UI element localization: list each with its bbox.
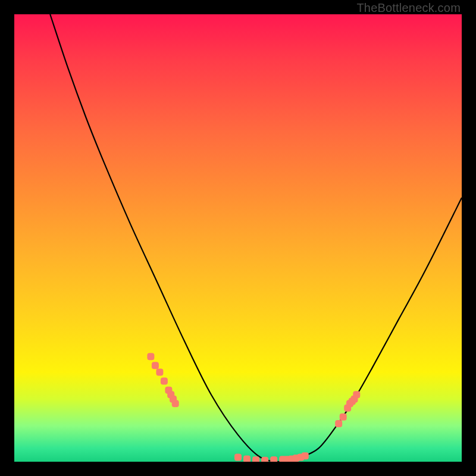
plot-frame xyxy=(14,14,462,462)
plot-gradient-bg xyxy=(14,14,462,462)
watermark-text: TheBottleneck.com xyxy=(356,1,461,15)
